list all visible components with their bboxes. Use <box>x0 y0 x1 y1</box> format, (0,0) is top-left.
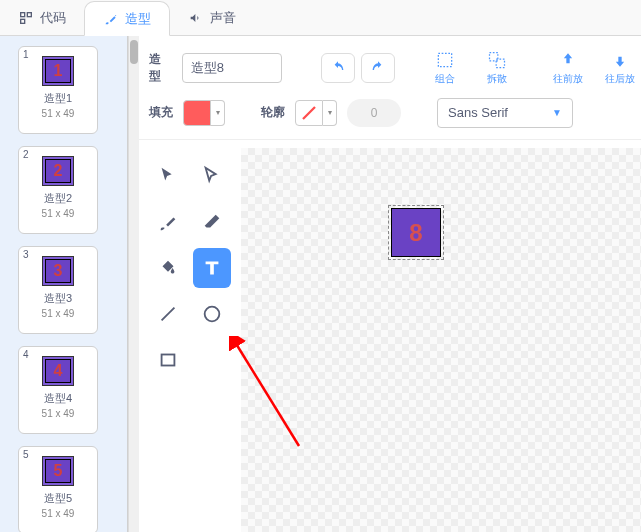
svg-rect-2 <box>21 19 25 23</box>
thumb-size: 51 x 49 <box>19 408 97 419</box>
tool-rectangle[interactable] <box>149 340 187 380</box>
fill-label: 填充 <box>149 104 173 121</box>
canvas-area[interactable]: 8 <box>241 148 641 532</box>
tab-bar: 代码 造型 声音 <box>0 0 641 36</box>
editor-scrollbar[interactable] <box>129 36 139 532</box>
tool-fill[interactable] <box>149 248 187 288</box>
costume-thumb[interactable]: 33造型351 x 49 <box>18 246 98 334</box>
costume-name-input[interactable] <box>182 53 282 83</box>
thumb-index: 1 <box>23 49 29 60</box>
costume-name-label: 造型 <box>149 51 172 85</box>
svg-rect-3 <box>439 53 452 66</box>
tab-code-label: 代码 <box>40 9 66 27</box>
thumb-size: 51 x 49 <box>19 508 97 519</box>
stroke-width-input[interactable]: 0 <box>347 99 401 127</box>
tool-reshape[interactable] <box>193 156 231 196</box>
thumb-preview: 4 <box>43 357 73 385</box>
tab-costumes[interactable]: 造型 <box>84 1 170 36</box>
costume-thumb[interactable]: 55造型551 x 49 <box>18 446 98 532</box>
tab-sounds-label: 声音 <box>210 9 236 27</box>
font-select-value: Sans Serif <box>448 105 508 120</box>
thumb-name: 造型4 <box>19 391 97 406</box>
sprite-text: 8 <box>409 219 422 247</box>
thumb-preview: 1 <box>43 57 73 85</box>
fill-color-swatch[interactable] <box>183 100 211 126</box>
svg-rect-9 <box>162 355 175 366</box>
brush-icon <box>103 11 119 27</box>
svg-rect-1 <box>27 12 31 16</box>
ungroup-button[interactable]: 拆散 <box>476 50 518 86</box>
thumb-size: 51 x 49 <box>19 208 97 219</box>
svg-line-7 <box>162 308 175 321</box>
tool-brush[interactable] <box>149 202 187 242</box>
tool-palette <box>149 156 231 380</box>
svg-point-8 <box>205 307 220 322</box>
tab-sounds[interactable]: 声音 <box>170 0 254 35</box>
tool-text[interactable] <box>193 248 231 288</box>
thumb-name: 造型3 <box>19 291 97 306</box>
thumb-preview: 3 <box>43 257 73 285</box>
thumb-preview: 2 <box>43 157 73 185</box>
costume-list[interactable]: 11造型151 x 4922造型251 x 4933造型351 x 4944造型… <box>0 36 128 532</box>
forward-button[interactable]: 往前放 <box>547 50 589 86</box>
undo-button[interactable] <box>321 53 355 83</box>
group-button[interactable]: 组合 <box>424 50 466 86</box>
thumb-preview: 5 <box>43 457 73 485</box>
tool-circle[interactable] <box>193 294 231 334</box>
costume-thumb[interactable]: 22造型251 x 49 <box>18 146 98 234</box>
thumb-name: 造型5 <box>19 491 97 506</box>
thumb-size: 51 x 49 <box>19 108 97 119</box>
font-select[interactable]: Sans Serif ▼ <box>437 98 573 128</box>
thumb-name: 造型1 <box>19 91 97 106</box>
thumb-index: 4 <box>23 349 29 360</box>
thumb-name: 造型2 <box>19 191 97 206</box>
backward-button[interactable]: 往后放 <box>599 50 641 86</box>
code-icon <box>18 10 34 26</box>
thumb-index: 3 <box>23 249 29 260</box>
tool-select[interactable] <box>149 156 187 196</box>
stroke-label: 轮廓 <box>261 104 285 121</box>
chevron-down-icon: ▼ <box>552 107 562 118</box>
svg-line-6 <box>303 107 315 119</box>
sound-icon <box>188 10 204 26</box>
costume-editor: 造型 组合 拆散 往前放 往后放 填充 ▾ 轮廓 ▾ <box>128 36 641 532</box>
tool-eraser[interactable] <box>193 202 231 242</box>
redo-button[interactable] <box>361 53 395 83</box>
fill-color-dropdown[interactable]: ▾ <box>211 100 225 126</box>
costume-thumb[interactable]: 11造型151 x 49 <box>18 46 98 134</box>
stroke-color-swatch[interactable] <box>295 100 323 126</box>
thumb-index: 2 <box>23 149 29 160</box>
tab-costumes-label: 造型 <box>125 10 151 28</box>
svg-rect-0 <box>21 12 25 16</box>
sprite-on-canvas[interactable]: 8 <box>391 208 441 257</box>
costume-thumb[interactable]: 44造型451 x 49 <box>18 346 98 434</box>
thumb-index: 5 <box>23 449 29 460</box>
tab-code[interactable]: 代码 <box>0 0 84 35</box>
tool-line[interactable] <box>149 294 187 334</box>
thumb-size: 51 x 49 <box>19 308 97 319</box>
stroke-color-dropdown[interactable]: ▾ <box>323 100 337 126</box>
